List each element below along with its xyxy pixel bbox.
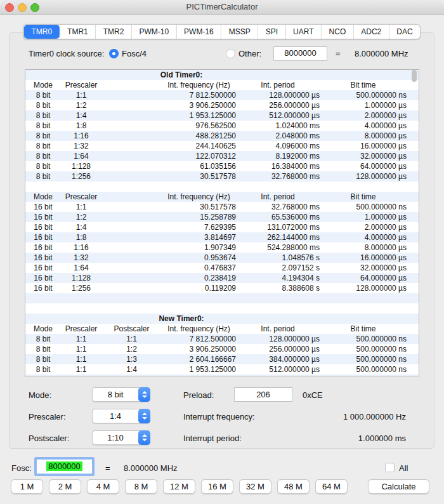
table-row[interactable]: 16 bit1:1280.2384194.194304 s64.000000 µ… bbox=[25, 273, 419, 283]
table-row[interactable]: 8 bit1:11:32 604.166667384.000000 µs500.… bbox=[25, 354, 419, 364]
column-header: Prescaler bbox=[61, 80, 101, 90]
column-header: Int. period bbox=[236, 192, 320, 202]
equals-sign: = bbox=[105, 463, 110, 473]
table-row[interactable]: 16 bit1:83.814697262.144000 ms4.000000 µ… bbox=[25, 232, 419, 242]
column-header: Int. frequency (Hz) bbox=[162, 324, 236, 334]
table-row[interactable]: 8 bit1:41 953.125000512.000000 µs2.00000… bbox=[25, 110, 419, 121]
column-header: Int. period bbox=[236, 324, 320, 334]
column-header: Bit time bbox=[320, 80, 407, 90]
table-section-title: New Timer0: bbox=[25, 314, 419, 324]
tab-tmr1[interactable]: TMR1 bbox=[60, 25, 96, 39]
fosc-preset-button-2m[interactable]: 2 M bbox=[49, 479, 81, 494]
table-scrollbar-thumb[interactable] bbox=[412, 70, 417, 82]
table-row[interactable]: 8 bit1:32244.1406254.096000 ms16.000000 … bbox=[25, 141, 419, 151]
table-row[interactable]: 16 bit1:320.9536741.048576 s16.000000 µs bbox=[25, 253, 419, 263]
fosc-input[interactable]: 8000000 bbox=[36, 459, 93, 474]
tab-bar: TMR0TMR1TMR2PWM-10PWM-16MSSPSPIUARTNCOAD… bbox=[23, 24, 421, 39]
fosc4-radio-label[interactable]: Fosc/4 bbox=[122, 49, 147, 58]
interrupt-frequency-value: 1 000.000000 Hz bbox=[251, 412, 406, 421]
column-header: Mode bbox=[25, 324, 61, 334]
table-row[interactable]: 8 bit1:16488.2812502.048000 ms8.000000 µ… bbox=[25, 131, 419, 141]
prescaler-select-value: 1:4 bbox=[93, 409, 138, 423]
table-row[interactable]: 16 bit1:161.907349524.288000 ms8.000000 … bbox=[25, 242, 419, 253]
fosc4-radio[interactable] bbox=[109, 49, 119, 58]
fosc-preset-buttons: 1 M2 M4 M8 M12 M16 M32 M48 M64 M bbox=[11, 479, 348, 494]
tab-pwm-10[interactable]: PWM-10 bbox=[131, 25, 176, 39]
preload-input[interactable]: 206 bbox=[234, 387, 292, 402]
stepper-icon bbox=[138, 387, 150, 402]
tab-mssp[interactable]: MSSP bbox=[221, 25, 258, 39]
interrupt-period-value: 1.000000 ms bbox=[251, 434, 406, 443]
column-header bbox=[101, 192, 162, 202]
table-gap-row bbox=[25, 293, 419, 303]
column-header: Int. period bbox=[236, 80, 320, 90]
timer-results-table[interactable]: Old Timer0:ModePrescalerInt. frequency (… bbox=[25, 69, 419, 376]
table-row[interactable]: 8 bit1:8976.5625001.024000 ms4.000000 µs bbox=[25, 121, 419, 131]
tab-spi[interactable]: SPI bbox=[258, 25, 285, 39]
zoom-window-icon[interactable] bbox=[30, 3, 39, 12]
tab-dac[interactable]: DAC bbox=[389, 25, 420, 39]
table-header-row: ModePrescalerPostscalerInt. frequency (H… bbox=[25, 324, 419, 334]
interrupt-frequency-label: Interrupt frequency: bbox=[183, 412, 255, 421]
table-header-row: ModePrescalerInt. frequency (Hz)Int. per… bbox=[25, 192, 419, 202]
all-checkbox-label[interactable]: All bbox=[399, 463, 408, 473]
column-header: Int. frequency (Hz) bbox=[162, 80, 236, 90]
interrupt-period-label: Interrupt period: bbox=[183, 434, 242, 443]
table-row[interactable]: 8 bit1:11:17 812.500000128.000000 µs500.… bbox=[25, 334, 419, 344]
fosc-preset-button-48m[interactable]: 48 M bbox=[277, 479, 310, 494]
column-header: Bit time bbox=[320, 192, 407, 202]
mode-select[interactable]: 8 bit bbox=[92, 387, 150, 402]
fosc-preset-button-64m[interactable]: 64 M bbox=[315, 479, 348, 494]
postscaler-label: Postscaler: bbox=[29, 434, 69, 443]
prescaler-label: Prescaler: bbox=[29, 412, 66, 421]
table-gap-row bbox=[25, 303, 419, 314]
tab-tmr2[interactable]: TMR2 bbox=[95, 25, 131, 39]
tab-tmr0[interactable]: TMR0 bbox=[24, 25, 60, 39]
all-checkbox[interactable] bbox=[385, 463, 395, 472]
other-radio-label[interactable]: Other: bbox=[238, 49, 261, 58]
table-row[interactable]: 16 bit1:130.51757832.768000 ms500.000000… bbox=[25, 202, 419, 212]
table-row[interactable]: 8 bit1:25630.51757832.768000 ms128.00000… bbox=[25, 171, 419, 182]
table-row[interactable]: 16 bit1:215.25878965.536000 ms1.000000 µ… bbox=[25, 212, 419, 222]
window-title: PICTimerCalculator bbox=[0, 0, 444, 14]
calculate-button[interactable]: Calculate bbox=[368, 479, 429, 494]
preload-hex-value: 0xCE bbox=[303, 390, 323, 400]
fosc-preset-button-32m[interactable]: 32 M bbox=[239, 479, 271, 494]
mode-label: Mode: bbox=[29, 390, 51, 400]
table-row[interactable]: 8 bit1:11:51 562.500000640.000000 µs500.… bbox=[25, 375, 419, 376]
other-radio[interactable] bbox=[226, 49, 235, 58]
table-row[interactable]: 8 bit1:11:41 953.125000512.000000 µs500.… bbox=[25, 364, 419, 375]
tab-nco[interactable]: NCO bbox=[321, 25, 353, 39]
table-gap-row bbox=[25, 182, 419, 192]
table-row[interactable]: 8 bit1:11:23 906.250000256.000000 µs500.… bbox=[25, 344, 419, 354]
minimize-window-icon[interactable] bbox=[18, 3, 27, 12]
fosc-preset-button-16m[interactable]: 16 M bbox=[201, 479, 233, 494]
clock-frequency-mhz: 8.000000 MHz bbox=[355, 49, 408, 58]
fosc-preset-button-8m[interactable]: 8 M bbox=[125, 479, 157, 494]
close-window-icon[interactable] bbox=[5, 3, 14, 12]
tab-adc2[interactable]: ADC2 bbox=[353, 25, 389, 39]
mode-select-value: 8 bit bbox=[93, 388, 138, 401]
fosc-preset-button-12m[interactable]: 12 M bbox=[163, 479, 195, 494]
table-row[interactable]: 8 bit1:17 812.500000128.000000 µs500.000… bbox=[25, 90, 419, 100]
fosc-preset-button-4m[interactable]: 4 M bbox=[87, 479, 119, 494]
tab-pwm-16[interactable]: PWM-16 bbox=[176, 25, 221, 39]
title-bar: PICTimerCalculator bbox=[0, 0, 444, 15]
preload-label: Preload: bbox=[183, 390, 214, 400]
column-header: Mode bbox=[25, 192, 61, 202]
table-row[interactable]: 8 bit1:12861.03515616.384000 ms64.000000… bbox=[25, 161, 419, 171]
table-row[interactable]: 16 bit1:2560.1192098.388608 s128.000000 … bbox=[25, 283, 419, 293]
column-header: Bit time bbox=[320, 324, 407, 334]
other-frequency-input[interactable]: 8000000 bbox=[273, 46, 327, 61]
fosc-preset-button-1m[interactable]: 1 M bbox=[11, 479, 43, 494]
column-header bbox=[101, 80, 162, 90]
tab-uart[interactable]: UART bbox=[285, 25, 321, 39]
table-row[interactable]: 16 bit1:640.4768372.097152 s32.000000 µs bbox=[25, 263, 419, 273]
fosc-label: Fosc: bbox=[11, 463, 32, 473]
table-row[interactable]: 8 bit1:23 906.250000256.000000 µs1.00000… bbox=[25, 100, 419, 110]
prescaler-select[interactable]: 1:4 bbox=[92, 409, 150, 423]
postscaler-select[interactable]: 1:10 bbox=[92, 430, 150, 445]
table-row[interactable]: 8 bit1:64122.0703128.192000 ms32.000000 … bbox=[25, 151, 419, 161]
fosc-input-selected-text: 8000000 bbox=[46, 461, 82, 471]
table-row[interactable]: 16 bit1:47.629395131.072000 ms2.000000 µ… bbox=[25, 222, 419, 232]
